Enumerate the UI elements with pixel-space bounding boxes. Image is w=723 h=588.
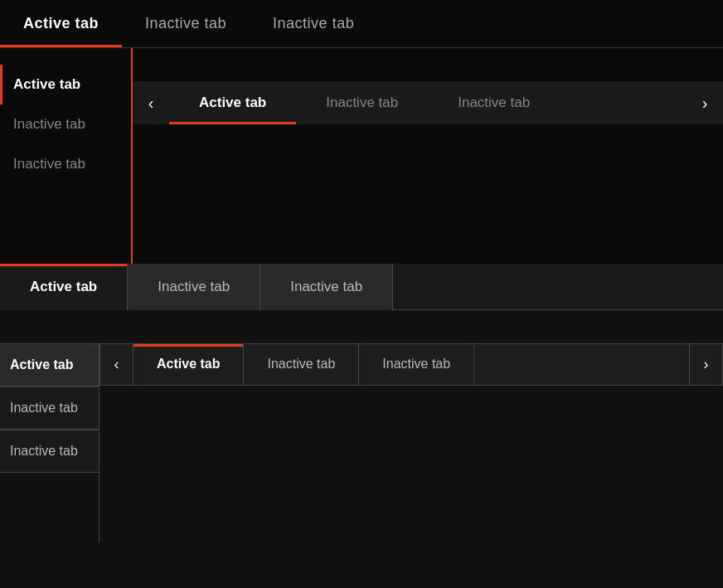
htab-dark-inactive-2[interactable]: Inactive tab <box>428 81 560 124</box>
vertical-tabs-dark: Active tab Inactive tab Inactive tab <box>0 48 133 264</box>
row1-tabs: Active tab Inactive tab Inactive tab <box>0 0 723 48</box>
htab-dark-active[interactable]: Active tab <box>169 81 296 124</box>
vtab-gray-inactive-1[interactable]: Inactive tab <box>0 386 99 430</box>
row4-panel: Active tab Inactive tab Inactive tab ‹ A… <box>0 310 723 542</box>
scroll-prev-dark[interactable]: ‹ <box>133 81 169 124</box>
vtab-dark-active[interactable]: Active tab <box>0 65 131 104</box>
tab-row3-inactive-1[interactable]: Inactive tab <box>128 264 260 310</box>
scrollable-tabs-dark: ‹ Active tab Inactive tab Inactive tab › <box>133 48 723 264</box>
tab-row3-active[interactable]: Active tab <box>0 264 128 310</box>
vtab-dark-inactive-2[interactable]: Inactive tab <box>0 144 131 184</box>
htab-dark-inactive-1[interactable]: Inactive tab <box>296 81 428 124</box>
htab-gray-inactive-1[interactable]: Inactive tab <box>244 344 359 385</box>
scrollable-tabs-gray: ‹ Active tab Inactive tab Inactive tab › <box>99 310 723 542</box>
vtab-gray-inactive-2[interactable]: Inactive tab <box>0 430 99 473</box>
htabs-gray: Active tab Inactive tab Inactive tab <box>133 344 689 385</box>
vtab-gray-active[interactable]: Active tab <box>0 343 99 386</box>
scrollable-wrapper-gray: ‹ Active tab Inactive tab Inactive tab › <box>99 343 723 386</box>
vertical-tabs-gray: Active tab Inactive tab Inactive tab <box>0 343 99 542</box>
vtab-dark-inactive-1[interactable]: Inactive tab <box>0 104 131 144</box>
tab-row1-inactive-1[interactable]: Inactive tab <box>122 0 250 47</box>
tab-row3-inactive-2[interactable]: Inactive tab <box>260 264 393 310</box>
scroll-next-dark[interactable]: › <box>687 81 723 124</box>
tab-row1-active[interactable]: Active tab <box>0 0 122 47</box>
row3-tabs: Active tab Inactive tab Inactive tab <box>0 264 723 310</box>
tab-row1-inactive-2[interactable]: Inactive tab <box>250 0 377 47</box>
htab-gray-active[interactable]: Active tab <box>133 344 244 385</box>
scrollable-wrapper-dark: ‹ Active tab Inactive tab Inactive tab › <box>133 81 723 124</box>
scroll-next-gray[interactable]: › <box>689 344 722 385</box>
htab-gray-inactive-2[interactable]: Inactive tab <box>359 344 474 385</box>
row2-panel: Active tab Inactive tab Inactive tab ‹ A… <box>0 48 723 264</box>
htabs-dark: Active tab Inactive tab Inactive tab <box>169 81 687 124</box>
scroll-prev-gray[interactable]: ‹ <box>100 344 133 385</box>
